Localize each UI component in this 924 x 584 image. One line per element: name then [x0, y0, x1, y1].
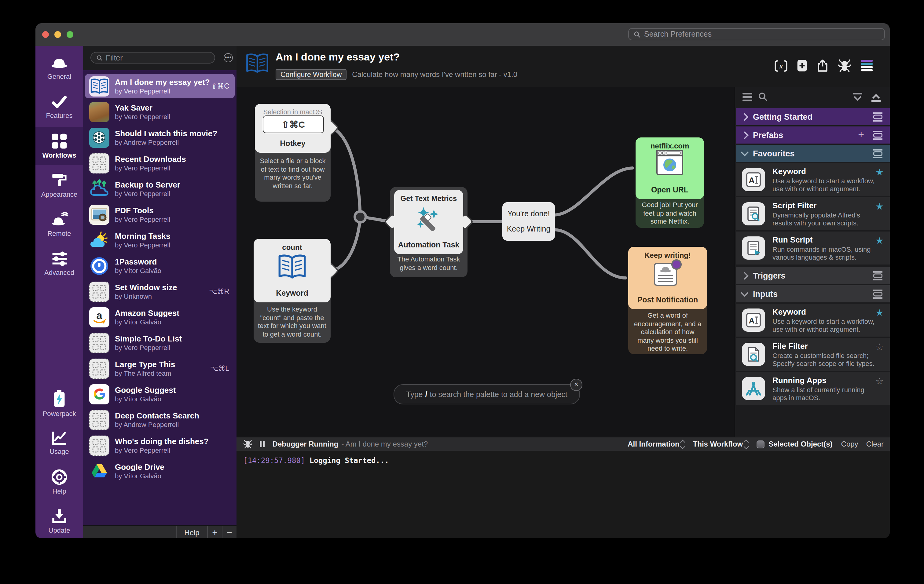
sidebar-item-appearance[interactable]: Appearance	[35, 166, 83, 204]
favourite-star-icon[interactable]: ★	[875, 235, 884, 246]
palette-section-triggers[interactable]: Triggers	[736, 267, 890, 284]
favourite-star-icon[interactable]: ☆	[875, 342, 884, 352]
selected-objects-checkbox[interactable]	[756, 440, 764, 448]
close-pill-button[interactable]: ×	[570, 379, 582, 391]
palette-search-icon[interactable]	[758, 92, 767, 101]
add-object-button[interactable]	[797, 59, 807, 72]
file-filter-icon	[742, 343, 765, 366]
sidebar-item-features[interactable]: Features	[35, 88, 83, 126]
help-button[interactable]: Help	[176, 526, 207, 538]
debugger-log[interactable]: [14:29:57.980] Logging Started...	[236, 451, 890, 538]
chevron-down-icon	[741, 148, 748, 156]
palette-item-script-filter[interactable]: Script FilterDynamically populate Alfred…	[736, 197, 890, 230]
dropdown-chevrons-icon[interactable]	[681, 440, 685, 448]
panel-display-icon[interactable]	[872, 112, 884, 121]
condition-box[interactable]: You're done! Keep Writing	[502, 202, 555, 241]
workflow-row[interactable]: a Amazon Suggestby Vítor Galvão	[85, 305, 235, 329]
share-icon[interactable]	[817, 59, 829, 72]
workflow-row[interactable]: Morning Tasksby Vero Pepperrell	[85, 228, 235, 252]
condition-branch-keep-writing[interactable]: Keep Writing	[502, 225, 555, 234]
workflow-row[interactable]: Large Type Thisby The Alfred team ⌥⌘L	[85, 356, 235, 380]
sidebar-item-advanced[interactable]: Advanced	[35, 244, 83, 282]
copy-log-button[interactable]: Copy	[841, 440, 858, 448]
condition-branch-done[interactable]: You're done!	[502, 209, 555, 218]
palette-section-getting-started[interactable]: Getting Started	[736, 108, 890, 125]
keyword-node[interactable]: count Keyword	[254, 239, 331, 303]
workflow-row[interactable]: Yak Saverby Vero Pepperrell	[85, 100, 235, 124]
pause-debugger-button[interactable]	[260, 441, 264, 447]
close-window-button[interactable]	[42, 31, 49, 38]
workflow-row[interactable]: Google Driveby Vítor Galvão	[85, 459, 235, 483]
expand-all-icon[interactable]	[853, 93, 863, 102]
workflow-row[interactable]: Am I done my essay yet?by Vero Pepperrel…	[85, 74, 235, 98]
workflow-row[interactable]: Simple To-Do Listby Vero Pepperrell	[85, 331, 235, 355]
panel-display-icon[interactable]	[872, 271, 884, 280]
filter-input[interactable]: Filter	[91, 52, 215, 64]
favourite-star-icon[interactable]: ★	[875, 167, 884, 178]
workflow-row[interactable]: Deep Contacts Searchby Andrew Pepperrell	[85, 408, 235, 432]
dropdown-chevrons-icon[interactable]	[744, 440, 748, 448]
palette-section-prefabs[interactable]: Prefabs +	[736, 127, 890, 143]
favourite-star-icon[interactable]: ★	[875, 201, 884, 212]
sidebar-item-remote[interactable]: Remote	[35, 205, 83, 243]
hotkey-keycap[interactable]: ⇧⌘C	[263, 115, 324, 133]
remove-workflow-button[interactable]: −	[222, 526, 236, 538]
openurl-node[interactable]: netflix.com Open URL	[635, 137, 704, 199]
sidebar-item-general[interactable]: General	[35, 49, 83, 87]
workflow-row[interactable]: Recent Downloadsby Vero Pepperrell	[85, 151, 235, 175]
debugger-bug-icon[interactable]	[243, 440, 252, 448]
favourite-star-icon[interactable]: ☆	[875, 376, 884, 387]
workflow-row[interactable]: Google Suggestby Vítor Galvão	[85, 382, 235, 406]
sidebar-item-powerpack[interactable]: Powerpack	[35, 385, 83, 423]
hotkey-node[interactable]: Selection in macOS ⇧⌘C Hotkey	[255, 104, 331, 153]
debugger-bug-icon[interactable]	[838, 59, 851, 72]
log-filter-dropdown[interactable]: All Information	[628, 440, 679, 448]
hotkey-note: Select a file or a block of text to find…	[259, 157, 327, 190]
palette-section-favourites[interactable]: Favourites	[736, 145, 890, 162]
sidebar-item-workflows[interactable]: Workflows	[35, 127, 83, 165]
automation-node[interactable]: Get Text Metrics Automation Task	[394, 190, 463, 254]
search-preferences-input[interactable]: Search Preferences	[628, 28, 885, 40]
palette-item-run-script[interactable]: Run ScriptRun commands in macOS, using v…	[736, 232, 890, 265]
palette-item-keyword[interactable]: A KeywordUse a keyword to start a workfl…	[736, 163, 890, 196]
workflow-subtitle: Calculate how many words I've written so…	[352, 70, 517, 79]
palette-item-running-apps[interactable]: Running AppsShow a list of currently run…	[736, 372, 890, 405]
palette-menu-icon[interactable]	[742, 93, 752, 101]
clear-log-button[interactable]: Clear	[866, 440, 884, 448]
add-workflow-button[interactable]: +	[207, 526, 222, 538]
workflow-row[interactable]: Who's doing the dishes?by Vero Pepperrel…	[85, 433, 235, 457]
palette-item-file-filter[interactable]: File FilterCreate a customised file sear…	[736, 338, 890, 371]
panel-display-icon[interactable]	[872, 130, 884, 140]
palette-search-pill[interactable]: Type / to search the palette to add a ne…	[394, 384, 580, 405]
workflow-row[interactable]: Set Window sizeby Unknown ⌥⌘R	[85, 279, 235, 304]
workflow-row[interactable]: 1Passwordby Vítor Galvão	[85, 253, 235, 278]
workflow-row[interactable]: Should I watch this movie?by Andrew Pepp…	[85, 125, 235, 150]
panel-display-icon[interactable]	[872, 149, 884, 158]
battery-bolt-icon	[53, 390, 66, 408]
notification-node[interactable]: Keep writing! Post Notification	[628, 247, 707, 309]
panel-display-icon[interactable]	[872, 289, 884, 298]
workflow-list: Filter ••• Am I done my essay yet?by Ver…	[83, 46, 236, 538]
zoom-window-button[interactable]	[67, 31, 73, 38]
sidebar-item-help[interactable]: Help	[35, 463, 83, 501]
log-scope-dropdown[interactable]: This Workflow	[693, 440, 743, 448]
palette-toggle-icon[interactable]	[860, 60, 873, 71]
palette-item-keyword[interactable]: A KeywordUse a keyword to start a workfl…	[736, 304, 890, 337]
configure-workflow-button[interactable]: Configure Workflow	[276, 69, 346, 80]
list-options-button[interactable]: •••	[224, 53, 233, 62]
variables-button[interactable]: x	[774, 59, 788, 72]
add-prefab-button[interactable]: +	[858, 129, 864, 141]
workflow-book-icon	[244, 51, 270, 76]
collapse-all-icon[interactable]	[871, 93, 881, 102]
favourite-star-icon[interactable]: ★	[875, 307, 884, 318]
connection-junction[interactable]	[355, 211, 366, 222]
sidebar-item-usage[interactable]: Usage	[35, 424, 83, 462]
sidebar-item-update[interactable]: Update	[35, 502, 83, 538]
remote-hat-icon	[50, 211, 68, 227]
workflow-row[interactable]: Backup to Serverby Vero Pepperrell	[85, 176, 235, 201]
filter-placeholder: Filter	[106, 53, 123, 62]
minimize-window-button[interactable]	[54, 31, 61, 38]
placeholder-icon	[89, 332, 109, 353]
workflow-row[interactable]: PDF Toolsby Vero Pepperrell	[85, 202, 235, 227]
palette-section-inputs[interactable]: Inputs	[736, 285, 890, 303]
